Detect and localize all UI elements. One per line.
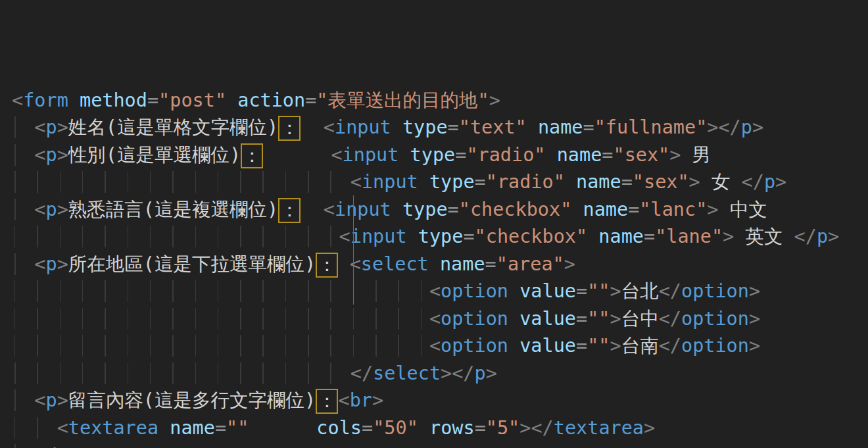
code-line-5[interactable]: <p>熟悉語言(這是複選欄位)： <input type="checkbox" … xyxy=(12,196,868,224)
code-token-punctuation: </ xyxy=(659,335,681,357)
code-token-space xyxy=(68,89,80,111)
code-token-string: "fullname" xyxy=(594,116,708,138)
code-token-tag-name: option xyxy=(441,280,508,302)
code-token-punctuation: < xyxy=(429,308,441,330)
code-token-equals: = xyxy=(576,308,587,330)
code-token-equals: = xyxy=(362,417,373,439)
code-editor[interactable]: <form method="post" action="表單送出的目的地"> <… xyxy=(0,0,868,448)
code-token-punctuation: > xyxy=(749,308,760,330)
code-line-3[interactable]: <p>性別(這是單選欄位)： <input type="radio" name=… xyxy=(12,141,868,169)
code-line-9[interactable]: <option value="">台中</option> xyxy=(12,305,868,333)
code-token-tag-name: option xyxy=(441,335,508,357)
code-line-13[interactable]: <textarea name="" cols="50" rows="5"></t… xyxy=(12,414,868,442)
code-line-2[interactable]: <p>姓名(這是單格文字欄位)： <input type="text" name… xyxy=(12,114,868,141)
code-token-text-content: 所在地區(這是下拉選單欄位) xyxy=(68,253,316,275)
code-token-punctuation: > xyxy=(669,144,681,166)
code-token-text-content: 台南 xyxy=(621,335,659,357)
unicode-highlight-box: ： xyxy=(241,143,263,168)
code-token-attribute-name: type xyxy=(402,199,448,220)
code-token-space xyxy=(301,199,323,220)
code-token-space xyxy=(418,417,429,439)
unicode-highlight-box: ： xyxy=(316,389,338,414)
code-token-punctuation: > xyxy=(57,389,68,411)
code-token-punctuation: > xyxy=(57,199,68,220)
code-token-attribute-name: name xyxy=(538,116,583,138)
code-token-equals: = xyxy=(475,171,486,193)
code-token-tag-name: textarea xyxy=(68,417,158,439)
code-token-string: "表單送出的目的地" xyxy=(316,89,489,111)
code-line-11[interactable]: </select></p> xyxy=(12,360,868,387)
code-token-equals: = xyxy=(602,144,613,166)
code-token-punctuation: < xyxy=(34,116,45,138)
code-token-tag-name: input xyxy=(362,171,418,193)
code-token-space xyxy=(391,116,402,138)
code-token-attribute-name: type xyxy=(402,116,448,138)
code-line-1[interactable]: <form method="post" action="表單送出的目的地"> xyxy=(12,87,868,114)
code-line-14[interactable]: </p> xyxy=(12,441,868,448)
code-token-punctuation: > xyxy=(752,116,763,138)
code-line-7[interactable]: <p>所在地區(這是下拉選單欄位)： <select name="area"> xyxy=(12,251,868,278)
leading-whitespace-indent-guides xyxy=(12,308,429,330)
code-token-space xyxy=(546,144,557,166)
code-token-equals: = xyxy=(583,116,594,138)
code-token-space xyxy=(587,226,598,247)
code-token-tag-name: select xyxy=(373,362,441,384)
code-token-string: "radio" xyxy=(486,171,565,193)
code-token-equals: = xyxy=(147,89,158,111)
code-token-punctuation: ></ xyxy=(441,362,474,384)
code-token-space xyxy=(263,144,331,166)
code-token-string: "lanc" xyxy=(639,199,707,220)
leading-whitespace-indent-guides xyxy=(12,362,350,384)
code-token-equals: = xyxy=(448,116,459,138)
code-token-space xyxy=(158,417,170,439)
code-line-6[interactable]: <input type="checkbox" name="lane"> 英文 <… xyxy=(12,223,868,251)
code-token-tag-name: input xyxy=(343,144,399,166)
code-token-string: "50" xyxy=(373,417,418,439)
code-token-tag-name: option xyxy=(681,335,749,357)
code-token-string: "text" xyxy=(459,116,527,138)
code-token-punctuation: > xyxy=(644,417,655,439)
code-token-text-content: 女 xyxy=(700,171,742,193)
leading-whitespace-indent-guides xyxy=(12,444,34,448)
leading-whitespace-indent-guides xyxy=(12,199,34,220)
code-token-tag-name: p xyxy=(764,171,775,193)
code-token-tag-name: p xyxy=(57,444,68,448)
code-token-tag-name: option xyxy=(681,280,749,302)
code-token-tag-name: p xyxy=(46,389,57,411)
code-line-10[interactable]: <option value="">台南</option> xyxy=(12,332,868,360)
leading-whitespace-indent-guides xyxy=(12,253,34,275)
code-token-punctuation: < xyxy=(339,226,350,247)
code-token-punctuation: < xyxy=(324,116,335,138)
code-token-attribute-name: action xyxy=(237,89,305,111)
code-line-4[interactable]: <input type="radio" name="sex"> 女 </p> xyxy=(12,168,868,196)
code-token-tag-name: textarea xyxy=(554,417,644,439)
code-token-punctuation: < xyxy=(350,253,361,275)
unicode-highlight-box: ： xyxy=(316,253,338,278)
code-token-punctuation: < xyxy=(57,417,68,439)
code-token-text-content: 熟悉語言(這是複選欄位) xyxy=(68,199,278,220)
code-token-tag-name: input xyxy=(335,116,391,138)
code-token-tag-name: option xyxy=(681,308,749,330)
code-token-punctuation: > xyxy=(486,362,497,384)
code-token-punctuation: > xyxy=(610,335,621,357)
code-line-12[interactable]: <p>留言內容(這是多行文字欄位)：<br> xyxy=(12,387,868,414)
code-lines-container: <form method="post" action="表單送出的目的地"> <… xyxy=(12,87,868,448)
code-token-string: "" xyxy=(587,308,610,330)
code-token-punctuation: > xyxy=(57,144,68,166)
code-token-string: "radio" xyxy=(466,144,545,166)
code-token-punctuation: > xyxy=(57,116,68,138)
code-token-space xyxy=(407,226,418,247)
code-token-punctuation: > xyxy=(68,444,80,448)
code-token-punctuation: > xyxy=(828,226,839,247)
code-token-punctuation: </ xyxy=(794,226,817,247)
code-line-8[interactable]: <option value="">台北</option> xyxy=(12,278,868,305)
code-token-punctuation: < xyxy=(34,389,45,411)
leading-whitespace-indent-guides xyxy=(12,335,429,357)
code-token-attribute-name: name xyxy=(170,417,215,439)
code-token-tag-name: p xyxy=(817,226,828,247)
code-token-punctuation: < xyxy=(34,144,45,166)
code-token-text-content: 姓名(這是單格文字欄位) xyxy=(68,116,278,138)
code-token-equals: = xyxy=(475,417,486,439)
code-token-punctuation: > xyxy=(489,89,500,111)
code-token-tag-name: select xyxy=(361,253,429,275)
